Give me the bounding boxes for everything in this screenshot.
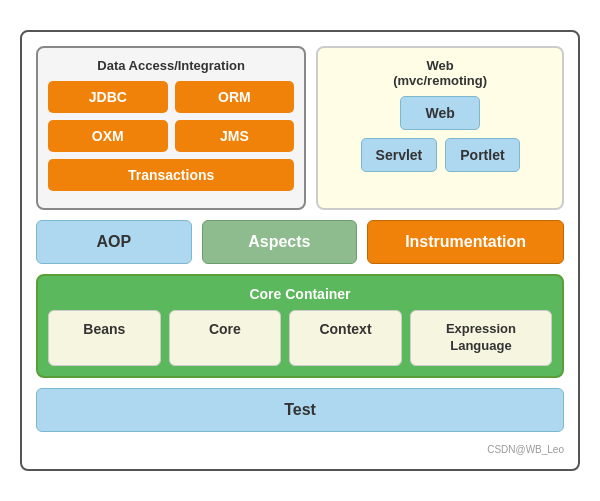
core-container-box: Core Container Beans Core Context Expres… — [36, 274, 564, 378]
core-container-title: Core Container — [48, 286, 552, 302]
expression-language-item: ExpressionLanguage — [410, 310, 552, 366]
beans-item: Beans — [48, 310, 161, 366]
middle-row: AOP Aspects Instrumentation — [36, 220, 564, 264]
aop-box: AOP — [36, 220, 192, 264]
core-grid: Beans Core Context ExpressionLanguage — [48, 310, 552, 366]
spring-diagram: Data Access/Integration JDBC ORM OXM JMS… — [20, 30, 580, 471]
watermark: CSDN@WB_Leo — [36, 444, 564, 455]
web-main-item: Web — [400, 96, 479, 130]
context-item: Context — [289, 310, 402, 366]
orm-item: ORM — [175, 81, 295, 113]
web-box: Web (mvc/remoting) Web Servlet Portlet — [316, 46, 564, 210]
data-access-title: Data Access/Integration — [48, 58, 294, 73]
test-bar: Test — [36, 388, 564, 432]
portlet-item: Portlet — [445, 138, 519, 172]
web-title: Web (mvc/remoting) — [393, 58, 487, 88]
instrumentation-box: Instrumentation — [367, 220, 564, 264]
transactions-item: Transactions — [48, 159, 294, 191]
servlet-item: Servlet — [361, 138, 438, 172]
core-item: Core — [169, 310, 282, 366]
web-row: Servlet Portlet — [361, 138, 520, 172]
oxm-item: OXM — [48, 120, 168, 152]
top-row: Data Access/Integration JDBC ORM OXM JMS… — [36, 46, 564, 210]
da-grid: JDBC ORM OXM JMS Transactions — [48, 81, 294, 191]
aspects-box: Aspects — [202, 220, 358, 264]
jdbc-item: JDBC — [48, 81, 168, 113]
jms-item: JMS — [175, 120, 295, 152]
data-access-box: Data Access/Integration JDBC ORM OXM JMS… — [36, 46, 306, 210]
